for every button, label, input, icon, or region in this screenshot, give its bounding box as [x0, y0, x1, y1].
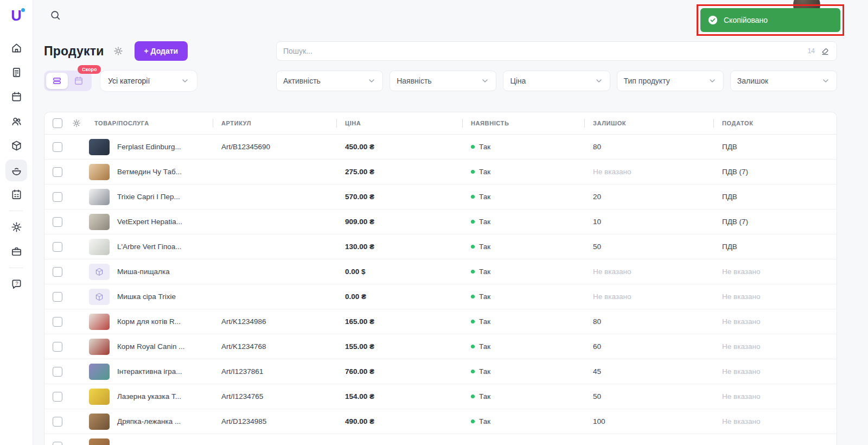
sidebar-item-documents[interactable] [5, 62, 27, 84]
sidebar-item-calendar[interactable] [5, 86, 27, 108]
table-settings-button[interactable] [67, 118, 86, 128]
filter-dropdown-5[interactable]: Залишок [730, 71, 837, 91]
sidebar-item-home[interactable] [5, 37, 27, 59]
row-checkbox[interactable] [53, 317, 62, 327]
sidebar-item-schedule[interactable] [5, 184, 27, 206]
product-cell[interactable]: L'Arbre Vert Гіпоа... [86, 239, 213, 255]
tax-cell: ПДВ [713, 143, 837, 151]
logo-letter: U [11, 9, 22, 23]
category-dropdown-label: Усі категорії [108, 77, 150, 85]
list-view-button[interactable] [46, 73, 68, 89]
row-checkbox[interactable] [53, 292, 62, 302]
product-name: Мишка сіра Trixie [117, 293, 176, 301]
sidebar-item-support[interactable]: ? [5, 274, 27, 295]
product-cell[interactable]: VetExpert Hepatia... [86, 214, 213, 230]
row-checkbox[interactable] [53, 142, 62, 152]
product-cell[interactable]: Дряпка-лежанка ... [86, 414, 213, 430]
cube-icon [94, 292, 104, 302]
column-header: ЦІНА [336, 112, 462, 134]
product-cell[interactable]: Миша-пищалка [86, 264, 213, 280]
availability-dot-icon [471, 395, 475, 398]
row-checkbox-cell [44, 367, 67, 377]
filter-dropdown-2[interactable]: Наявність [390, 71, 496, 91]
article-cell: Art/D1234985 [213, 417, 336, 425]
tax-cell: Не вказано [713, 392, 837, 400]
product-thumbnail [89, 389, 110, 405]
article-cell: Art/B12345690 [213, 143, 336, 151]
sidebar-item-settings[interactable] [5, 217, 27, 238]
tax-cell: Не вказано [713, 268, 837, 276]
filter-dropdown-3[interactable]: Ціна [503, 71, 610, 91]
search-icon [49, 9, 61, 21]
availability-label: Так [479, 243, 490, 251]
product-thumbnail [89, 189, 110, 205]
row-checkbox[interactable] [53, 242, 62, 252]
tax-cell: ПДВ (7) [713, 168, 837, 176]
sidebar-item-clients[interactable] [5, 111, 27, 132]
calendar-view-button[interactable] [68, 73, 90, 89]
product-name: Ветмедин Чу Таб... [117, 168, 182, 176]
price-cell: 165.00 ₴ [336, 317, 462, 326]
search-placeholder: Пошук... [283, 47, 808, 55]
filter-bar: Активність Наявність Ціна Тип продукту З… [276, 71, 837, 91]
filter-label: Залишок [737, 77, 768, 85]
filter-dropdown-1[interactable]: Активність [276, 71, 383, 91]
tax-cell: ПДВ [713, 193, 837, 201]
row-checkbox[interactable] [53, 267, 62, 277]
product-cell[interactable]: Інтерактивна ігра... [86, 364, 213, 380]
product-cell[interactable]: Trixie Capri I Пер... [86, 189, 213, 205]
stock-cell: 80 [584, 143, 713, 151]
row-checkbox-cell [44, 392, 67, 402]
product-cell[interactable]: Лазерна указка Т... [86, 389, 213, 405]
filter-label: Активність [283, 77, 321, 85]
clear-search-button[interactable] [820, 46, 830, 56]
table-row: Миша-пищалка 0.00 $ Так Не вказано Не вк… [44, 259, 837, 284]
select-all-checkbox[interactable] [53, 118, 62, 128]
gear-icon [10, 221, 23, 233]
price-cell: 275.00 ₴ [336, 168, 462, 176]
search-input[interactable]: Пошук... 14 [276, 41, 837, 61]
price-cell: 154.00 ₴ [336, 392, 462, 400]
sidebar-item-inventory[interactable] [5, 135, 27, 157]
price-cell: 155.00 ₴ [336, 342, 462, 351]
row-checkbox[interactable] [53, 217, 62, 227]
product-cell[interactable]: Мишка сіра Trixie [86, 289, 213, 305]
article-cell: Art/I1234765 [213, 392, 336, 400]
product-cell[interactable]: Корм Royal Canin ... [86, 339, 213, 355]
chevron-down-icon [708, 77, 717, 85]
sidebar-item-services[interactable] [5, 241, 27, 263]
category-dropdown[interactable]: Усі категорії [100, 71, 197, 91]
chevron-down-icon [367, 77, 376, 85]
chevron-down-icon [481, 77, 489, 85]
price-cell: 130.00 ₴ [336, 243, 462, 251]
toast-message: Скопійовано [724, 16, 768, 24]
product-name: L'Arbre Vert Гіпоа... [117, 243, 182, 251]
global-search-button[interactable] [49, 9, 61, 21]
soon-badge: Скоро [78, 65, 101, 74]
view-toggle-group: Скоро [44, 71, 92, 91]
table-header: ТОВАР/ПОСЛУГААРТИКУЛЦІНАНАЯВНІСТЬЗАЛИШОК… [44, 112, 837, 135]
product-name: Лазерна указка Т... [117, 392, 181, 400]
row-checkbox-cell [44, 417, 67, 427]
product-cell[interactable]: Ветмедин Чу Таб... [86, 164, 213, 180]
product-cell[interactable]: Корм для котів R... [86, 314, 213, 330]
chevron-down-icon [181, 77, 189, 85]
product-cell[interactable]: Ferplast Edinburg... [86, 139, 213, 155]
sidebar-item-products[interactable] [5, 160, 27, 181]
row-checkbox[interactable] [53, 367, 62, 377]
add-product-button[interactable]: + Додати [135, 41, 188, 61]
row-checkbox[interactable] [53, 342, 62, 352]
row-checkbox[interactable] [53, 192, 62, 202]
row-checkbox[interactable] [53, 417, 62, 427]
product-cell[interactable] [86, 438, 213, 445]
column-header: ТОВАР/ПОСЛУГА [86, 112, 213, 134]
column-header: АРТИКУЛ [213, 112, 336, 134]
price-cell: 0.00 $ [336, 268, 462, 276]
row-checkbox[interactable] [53, 442, 62, 445]
row-checkbox[interactable] [53, 167, 62, 177]
row-checkbox[interactable] [53, 392, 62, 402]
table-row: Ветмедин Чу Таб... 275.00 ₴ Так Не вказа… [44, 160, 837, 185]
filter-dropdown-4[interactable]: Тип продукту [617, 71, 724, 91]
app-logo[interactable]: U [7, 7, 25, 25]
page-settings-button[interactable] [113, 46, 124, 56]
